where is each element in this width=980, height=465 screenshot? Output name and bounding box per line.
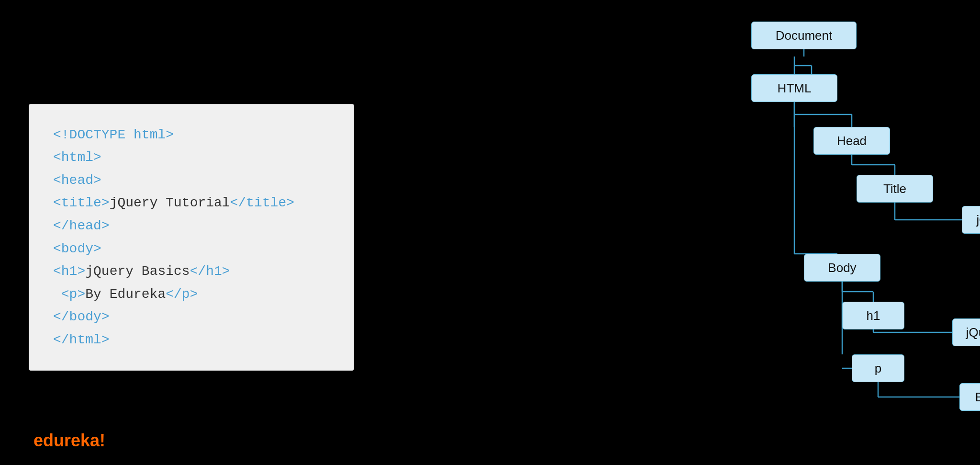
tag: </h1>: [190, 264, 230, 279]
node-head: Head: [813, 127, 890, 155]
code-line-3: <head>: [53, 169, 330, 192]
node-p: p: [852, 354, 904, 382]
edureka-logo: edureka!: [33, 431, 105, 451]
code-line-6: <body>: [53, 238, 330, 261]
tag: <html>: [53, 150, 101, 165]
code-panel: <!DOCTYPE html> <html> <head> <title>jQu…: [29, 104, 354, 371]
node-h1: h1: [842, 302, 904, 329]
code-line-4: <title>jQuery Tutorial</title>: [53, 192, 330, 215]
code-text: jQuery Tutorial: [110, 195, 230, 210]
node-title: Title: [857, 175, 933, 203]
code-text: jQuery Basics: [85, 264, 189, 279]
code-line-8: <p>By Edureka</p>: [53, 283, 330, 306]
tag: <!DOCTYPE html>: [53, 127, 174, 142]
tag: </p>: [166, 287, 198, 302]
node-html: HTML: [751, 74, 837, 102]
node-by-edureka: By Edureka: [959, 383, 980, 411]
code-block: <!DOCTYPE html> <html> <head> <title>jQu…: [53, 124, 330, 352]
edureka-exclamation: !: [100, 431, 105, 450]
tag: <h1>: [53, 264, 85, 279]
code-line-9: </body>: [53, 306, 330, 329]
tag: <head>: [53, 173, 101, 188]
tag: <title>: [53, 195, 110, 210]
code-text: By Edureka: [85, 287, 166, 302]
tree-panel: Document HTML Head Title jQuery Tutorial…: [354, 0, 980, 465]
node-document: Document: [751, 22, 857, 49]
node-jquery-basics: jQuery basics: [952, 318, 980, 346]
code-line-5: </head>: [53, 215, 330, 238]
tag: </head>: [53, 218, 110, 233]
tree-lines: [354, 0, 980, 465]
tag: </html>: [53, 332, 110, 347]
code-line-7: <h1>jQuery Basics</h1>: [53, 260, 330, 283]
tag: <body>: [53, 241, 101, 256]
tag: </body>: [53, 309, 110, 324]
node-body: Body: [804, 254, 880, 282]
code-line-10: </html>: [53, 329, 330, 352]
tag: <p>: [53, 287, 85, 302]
node-jquery-tutorial: jQuery Tutorial: [962, 206, 980, 234]
tag: </title>: [230, 195, 294, 210]
code-line-1: <!DOCTYPE html>: [53, 124, 330, 147]
code-line-2: <html>: [53, 146, 330, 169]
edureka-text: edureka: [33, 431, 100, 450]
